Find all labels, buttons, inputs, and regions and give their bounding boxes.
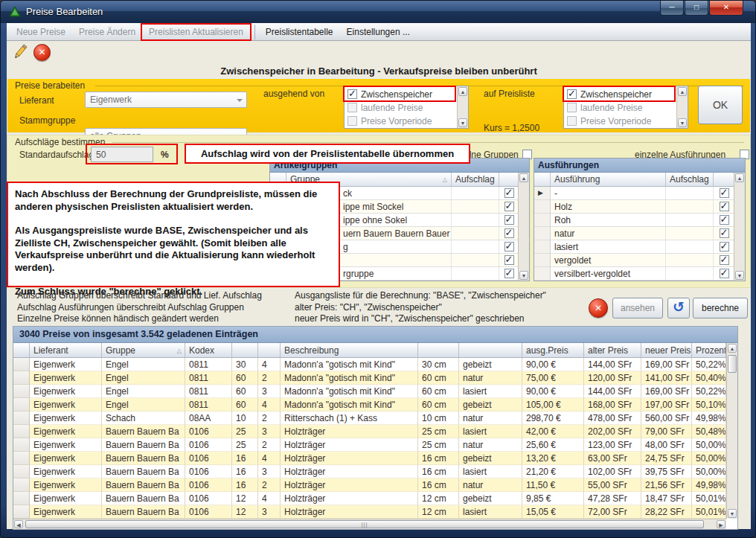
table-row[interactable]: Eigenwerk Bauern Bauern Ba 0106 16 4 Hol…: [13, 452, 726, 465]
row-checkbox[interactable]: [720, 188, 729, 198]
scroll-down-icon[interactable]: ▼: [735, 271, 744, 280]
option-checkbox[interactable]: [347, 116, 357, 126]
standardaufschlag-input[interactable]: [91, 147, 153, 162]
scrollbar-thumb[interactable]: [728, 355, 737, 373]
column-header[interactable]: alter Preis: [584, 343, 641, 357]
column-header[interactable]: Beschreibung: [281, 343, 418, 357]
table-row[interactable]: Eigenwerk Bauern Bauern Ba 0106 16 2 Hol…: [13, 478, 726, 492]
header-aufschlag[interactable]: Aufschlag: [666, 173, 714, 186]
table-row[interactable]: Eigenwerk Engel 0811 60 4 Madonn'a "goti…: [13, 398, 726, 411]
maximize-button[interactable]: □: [685, 1, 708, 16]
option-checkbox[interactable]: [347, 103, 357, 112]
scroll-up-icon[interactable]: ▲: [728, 344, 737, 353]
row-selector[interactable]: [534, 187, 551, 199]
row-selector[interactable]: [13, 371, 30, 385]
menu-item[interactable]: Preise Ändern: [72, 25, 142, 39]
row-selector[interactable]: [534, 267, 551, 280]
row-checkbox[interactable]: [504, 269, 514, 278]
row-selector[interactable]: [13, 492, 30, 505]
column-header[interactable]: [418, 343, 459, 357]
ausfuehrungen-row[interactable]: -: [534, 187, 734, 200]
header-ausfuehrung[interactable]: Ausführung: [551, 173, 666, 186]
berechne-button[interactable]: berechne: [693, 298, 748, 318]
edit-pencil-icon[interactable]: [11, 43, 29, 61]
table-row[interactable]: Eigenwerk Engel 0811 60 3 Madonn'a "goti…: [13, 385, 726, 398]
scroll-down-icon[interactable]: ▼: [519, 271, 528, 280]
header-aufschlag[interactable]: Aufschlag: [452, 173, 499, 186]
table-row[interactable]: Eigenwerk Bauern Bauern Ba 0106 25 3 Hol…: [13, 425, 726, 438]
row-selector[interactable]: [13, 478, 30, 492]
ausfuehrungen-row[interactable]: versilbert-vergoldet: [534, 267, 734, 281]
row-checkbox[interactable]: [720, 202, 729, 211]
scroll-left-icon[interactable]: ◀: [14, 520, 23, 528]
row-checkbox[interactable]: [720, 269, 729, 278]
column-header[interactable]: Prozent: [692, 343, 726, 357]
row-selector[interactable]: [534, 240, 551, 253]
target-list[interactable]: Zwischenspeicher laufende Preise Preise …: [563, 86, 688, 129]
option-checkbox[interactable]: [567, 116, 577, 126]
row-selector[interactable]: [13, 452, 30, 465]
menu-item[interactable]: Preislistentabelle: [254, 25, 340, 39]
source-list-scrollbar[interactable]: ▲ ▼: [457, 86, 468, 128]
menu-item[interactable]: Einstellungen ...: [340, 25, 417, 39]
ansehen-button[interactable]: ansehen: [612, 298, 663, 318]
table-row[interactable]: Eigenwerk Engel 0811 30 4 Madonn'a "goti…: [13, 358, 726, 371]
row-selector[interactable]: [13, 425, 30, 438]
column-header[interactable]: Kodex: [185, 343, 232, 357]
scroll-down-icon[interactable]: ▼: [458, 118, 467, 127]
ausfuehrungen-row[interactable]: natur: [534, 227, 734, 240]
row-checkbox[interactable]: [504, 188, 514, 198]
row-checkbox[interactable]: [720, 255, 729, 265]
row-selector[interactable]: [13, 438, 30, 452]
scroll-up-icon[interactable]: ▲: [519, 173, 528, 182]
row-selector[interactable]: [534, 227, 551, 240]
close-button[interactable]: ✕: [709, 1, 743, 16]
grid-horizontal-scrollbar[interactable]: ◀ ||| ▶: [13, 519, 726, 529]
row-selector[interactable]: [13, 411, 30, 425]
source-option-row[interactable]: Preise Vorperiode: [345, 114, 455, 127]
column-header[interactable]: [258, 343, 281, 357]
row-checkbox[interactable]: [504, 242, 514, 252]
column-header[interactable]: Gruppe: [102, 343, 185, 357]
cancel-icon[interactable]: ✕: [33, 44, 51, 61]
row-selector[interactable]: [13, 398, 30, 411]
abort-icon-button[interactable]: ✕: [589, 298, 608, 318]
ausfuehrungen-row[interactable]: Roh: [534, 214, 734, 227]
source-option-row[interactable]: Zwischenspeicher: [345, 87, 455, 100]
table-row[interactable]: Eigenwerk Bauern Bauern Ba 0106 12 3 Hol…: [13, 505, 726, 519]
row-checkbox[interactable]: [720, 215, 729, 225]
source-option-row[interactable]: laufende Preise: [345, 100, 455, 114]
scroll-down-icon[interactable]: ▼: [728, 509, 737, 518]
column-header[interactable]: neuer Preis: [641, 343, 692, 357]
table-row[interactable]: Eigenwerk Bauern Bauern Ba 0106 25 2 Hol…: [13, 438, 726, 452]
option-checkbox[interactable]: [347, 89, 357, 99]
scrollbar-thumb[interactable]: |||: [25, 520, 704, 528]
row-checkbox[interactable]: [504, 202, 514, 211]
row-selector[interactable]: [534, 254, 551, 266]
table-row[interactable]: Eigenwerk Bauern Bauern Ba 0106 12 4 Hol…: [13, 492, 726, 505]
artikelgruppen-scrollbar[interactable]: ▲ ▼: [518, 173, 529, 281]
lieferant-select[interactable]: Eigenwerk: [85, 92, 247, 108]
row-selector[interactable]: [13, 465, 30, 478]
menu-item[interactable]: Neue Preise: [10, 25, 72, 39]
table-row[interactable]: Eigenwerk Engel 0811 60 2 Madonn'a "goti…: [13, 371, 726, 385]
row-selector[interactable]: [13, 505, 30, 519]
table-row[interactable]: Eigenwerk Bauern Bauern Ba 0106 16 3 Hol…: [13, 465, 726, 478]
ausfuehrungen-row[interactable]: Holz: [534, 200, 734, 214]
scroll-up-icon[interactable]: ▲: [678, 87, 687, 96]
column-header[interactable]: Lieferant: [30, 343, 102, 357]
target-option-row[interactable]: laufende Preise: [564, 100, 674, 114]
row-checkbox[interactable]: [504, 215, 514, 225]
option-checkbox[interactable]: [567, 89, 577, 99]
row-selector[interactable]: [13, 358, 30, 371]
column-header[interactable]: [232, 343, 258, 357]
ausfuehrungen-row[interactable]: lasiert: [534, 240, 734, 254]
minimize-button[interactable]: ─: [660, 1, 684, 16]
ok-button[interactable]: OK: [698, 86, 743, 124]
scroll-right-icon[interactable]: ▶: [717, 520, 725, 528]
row-checkbox[interactable]: [504, 228, 514, 238]
column-header[interactable]: ausg.Preis: [522, 343, 584, 357]
column-header[interactable]: [13, 343, 30, 357]
scroll-down-icon[interactable]: ▼: [678, 118, 687, 127]
table-row[interactable]: Eigenwerk Schach 08AA 10 2 Ritterschach …: [13, 411, 726, 425]
